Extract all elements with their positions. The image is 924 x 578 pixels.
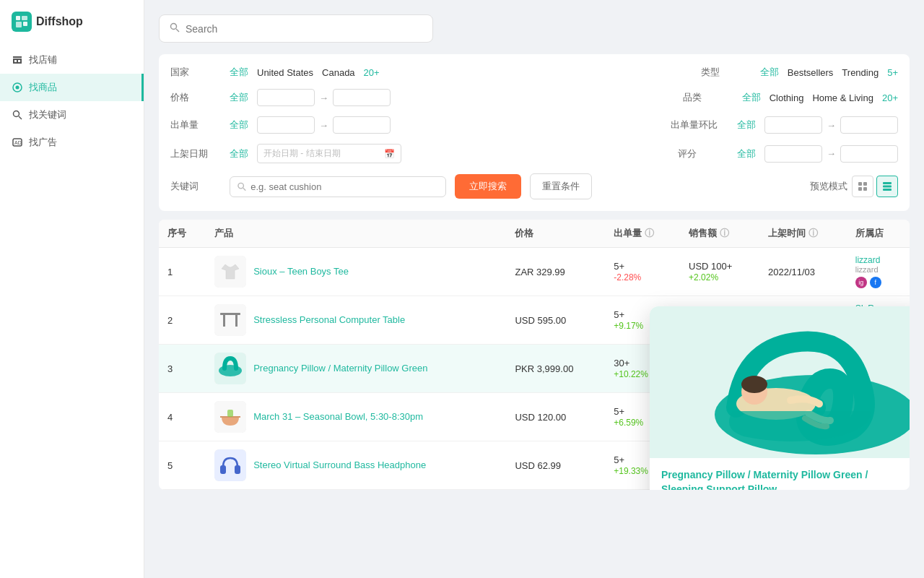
popup-content: Pregnancy Pillow / Maternity Pillow Gree…: [650, 458, 910, 490]
type-trending[interactable]: Trending: [842, 67, 879, 78]
product-thumbnail: [214, 401, 246, 433]
popup-product-svg: [650, 306, 910, 458]
sidebar-item-find-ad[interactable]: AD 找广告: [0, 129, 144, 156]
category-clothing[interactable]: Clothing: [770, 92, 804, 103]
cell-index: 4: [159, 393, 206, 441]
sidebar: Diffshop 找店铺 找商品: [0, 0, 144, 578]
sidebar-label-find-store: 找店铺: [29, 53, 57, 66]
category-label: 品类: [683, 91, 733, 104]
product-thumbnail: [214, 449, 246, 481]
sidebar-item-find-product[interactable]: 找商品: [0, 74, 144, 101]
svg-point-10: [171, 24, 177, 30]
preview-label: 预览模式: [810, 180, 847, 193]
col-price: 价格: [506, 220, 605, 248]
ig-icon: ig: [855, 277, 867, 288]
svg-rect-19: [883, 186, 892, 188]
svg-rect-17: [863, 187, 867, 191]
sidebar-item-find-keyword[interactable]: 找关键词: [0, 101, 144, 129]
type-label: 类型: [701, 66, 751, 79]
rating-min-input[interactable]: [764, 145, 822, 163]
country-us[interactable]: United States: [257, 67, 313, 78]
filter-row-keyword: 关键词 立即搜索 重置条件 预览模式: [170, 173, 898, 199]
sales-change: -2.28%: [614, 272, 641, 282]
svg-rect-0: [16, 16, 20, 20]
country-all[interactable]: 全部: [230, 66, 248, 79]
price-min-input[interactable]: [257, 89, 315, 106]
rating-max-input[interactable]: [840, 145, 898, 163]
sales-env-all[interactable]: 全部: [737, 118, 756, 131]
logo-text: Diffshop: [36, 15, 83, 28]
type-more[interactable]: 5+: [887, 67, 898, 78]
svg-rect-1: [22, 16, 27, 20]
svg-rect-18: [883, 182, 892, 184]
price-all[interactable]: 全部: [230, 91, 248, 104]
rating-arrow: →: [827, 148, 836, 159]
svg-text:AD: AD: [14, 140, 22, 145]
sidebar-item-find-store[interactable]: 找店铺: [0, 46, 144, 74]
cell-date: 2022/11/03: [759, 248, 847, 296]
revenue-change: +2.02%: [689, 272, 718, 282]
search-button[interactable]: 立即搜索: [455, 174, 521, 199]
svg-point-27: [219, 365, 242, 376]
product-name[interactable]: Sioux – Teen Boys Tee: [253, 266, 349, 278]
cell-index: 1: [159, 248, 206, 296]
date-all[interactable]: 全部: [230, 147, 248, 160]
product-name[interactable]: Stereo Virtual Surround Bass Headphone: [253, 460, 426, 472]
svg-line-7: [19, 116, 22, 119]
keyword-label: 关键词: [170, 180, 221, 193]
cell-price: ZAR 329.99: [506, 248, 605, 296]
product-name[interactable]: Pregnancy Pillow / Maternity Pillow Gree…: [253, 363, 427, 375]
sales-max-input[interactable]: [333, 116, 391, 134]
rating-all[interactable]: 全部: [737, 147, 756, 160]
keyword-input[interactable]: [250, 181, 438, 192]
search-input[interactable]: [186, 23, 422, 35]
store-name[interactable]: lizzard: [855, 255, 901, 265]
product-name[interactable]: Stressless Personal Computer Table: [253, 314, 405, 327]
store-sub: lizzard: [855, 265, 901, 274]
svg-rect-14: [858, 182, 862, 186]
svg-point-36: [741, 376, 767, 393]
sales-env-min-input[interactable]: [764, 116, 822, 134]
country-more[interactable]: 20+: [364, 67, 380, 78]
product-icon: [12, 82, 23, 93]
sales-min-input[interactable]: [257, 116, 315, 134]
svg-rect-23: [220, 313, 240, 315]
sales-env-max-input[interactable]: [840, 116, 898, 134]
date-picker[interactable]: 开始日期 - 结束日期 📅: [257, 144, 401, 163]
svg-rect-16: [858, 187, 862, 191]
type-bestsellers[interactable]: Bestsellers: [788, 67, 834, 78]
calendar-icon: 📅: [384, 149, 395, 159]
cell-store: lizzard lizzard igf: [847, 248, 910, 296]
type-all[interactable]: 全部: [760, 66, 779, 79]
filter-row-sales: 出单量 全部 → 出单量环比 全部 →: [170, 116, 898, 134]
store-icon: [12, 54, 23, 66]
cell-price: PKR 3,999.00: [506, 345, 605, 393]
sales-env-arrow: →: [827, 120, 836, 131]
price-max-input[interactable]: [333, 89, 391, 106]
product-name[interactable]: March 31 – Seasonal Bowl, 5:30-8:30pm: [253, 411, 423, 423]
category-all[interactable]: 全部: [742, 91, 761, 104]
reset-button[interactable]: 重置条件: [530, 173, 592, 199]
svg-rect-22: [214, 304, 246, 336]
product-thumbnail: [214, 304, 246, 336]
col-date: 上架时间 ⓘ: [759, 220, 847, 248]
col-index: 序号: [159, 220, 206, 248]
store-social-icons: igf: [855, 277, 901, 288]
category-home[interactable]: Home & Living: [812, 92, 873, 103]
list-view-button[interactable]: [876, 176, 898, 197]
sales-range: →: [257, 116, 391, 134]
sales-all[interactable]: 全部: [230, 118, 248, 131]
price-range: →: [257, 89, 391, 106]
popup-title: Pregnancy Pillow / Maternity Pillow Gree…: [661, 468, 910, 490]
svg-rect-24: [223, 315, 225, 327]
country-ca[interactable]: Canada: [322, 67, 355, 78]
filter-panel: 国家 全部 United States Canada 20+ 类型 全部 Bes…: [159, 54, 910, 211]
svg-rect-31: [220, 465, 226, 474]
category-more[interactable]: 20+: [882, 92, 898, 103]
top-search-bar[interactable]: [159, 14, 433, 43]
ad-icon: AD: [12, 137, 23, 148]
svg-rect-15: [863, 182, 867, 186]
grid-view-button[interactable]: [852, 176, 873, 197]
svg-rect-3: [23, 22, 27, 26]
rating-label: 评分: [678, 147, 728, 160]
